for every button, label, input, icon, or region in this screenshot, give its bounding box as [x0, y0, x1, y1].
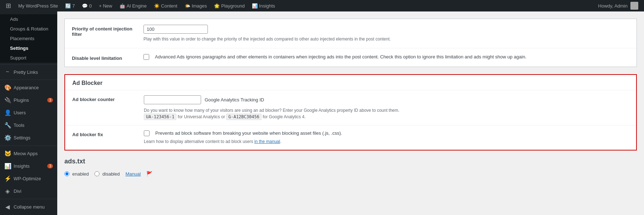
ad-blocker-counter-desc: Do you want to know how many of your vis… — [144, 107, 629, 120]
ai-engine-button[interactable]: 🤖 AI Engine — [117, 0, 150, 11]
ai-engine-label: AI Engine — [127, 3, 147, 9]
sidebar-item-appearance[interactable]: 🎨 Appearance — [0, 81, 57, 94]
insights-button[interactable]: 📊 Insights — [249, 0, 278, 11]
google-analytics-input[interactable] — [144, 95, 201, 104]
sidebar-item-groups-rotation[interactable]: Groups & Rotation — [0, 24, 57, 34]
ads-txt-enabled-label: enabled — [72, 171, 89, 177]
avatar — [630, 2, 638, 10]
sidebar-item-wp-settings[interactable]: ⚙️ Settings — [0, 132, 57, 144]
sidebar-item-plugins[interactable]: 🔌 Plugins 3 — [0, 94, 57, 106]
sidebar-item-insights[interactable]: 📊 Insights 3 — [0, 160, 57, 172]
ads-txt-section: ads.txt enabled disabled Manual 🚩 — [64, 158, 637, 177]
ads-txt-disabled-option[interactable]: disabled — [94, 171, 119, 177]
disable-level-label: Disable level limitation — [72, 54, 143, 61]
disable-level-checkbox-row: Advanced Ads ignores paragraphs and othe… — [143, 54, 629, 60]
wp-optimize-label: WP-Optimize — [14, 176, 53, 181]
ad-blocker-counter-label: Ad blocker counter — [72, 95, 144, 102]
wp-logo-icon: ⊞ — [6, 2, 11, 10]
support-label: Support — [10, 55, 26, 61]
update-icon: 🔄 — [65, 3, 71, 9]
sidebar-item-collapse[interactable]: ◀ Collapse menu — [0, 201, 57, 213]
ad-blocker-counter-control: Google Analytics Tracking ID Do you want… — [144, 95, 629, 120]
playground-icon: 🌟 — [214, 3, 220, 9]
ads-txt-title: ads.txt — [64, 158, 637, 165]
admin-bar: ⊞ My WordPress Site 🔄 7 💬 0 + New 🤖 AI E… — [0, 0, 644, 11]
images-button[interactable]: 🌤️ Images — [182, 0, 210, 11]
insights-icon: 📊 — [252, 3, 258, 9]
ad-blocker-section: Ad Blocker Ad blocker counter Google Ana… — [64, 74, 637, 150]
plugins-badge: 3 — [47, 98, 53, 102]
tools-icon: 🔧 — [4, 122, 11, 129]
new-button[interactable]: + New — [96, 0, 115, 11]
sidebar-item-wp-optimize[interactable]: ⚡ WP-Optimize — [0, 172, 57, 185]
comment-icon: 💬 — [82, 3, 88, 9]
sidebar-item-divi[interactable]: ◈ Divi — [0, 185, 57, 197]
menu-separator-2 — [0, 80, 57, 80]
users-label: Users — [14, 110, 53, 115]
images-label: Images — [192, 3, 207, 9]
ad-blocker-fix-row: Ad blocker fix Prevents ad block softwar… — [65, 125, 636, 150]
divi-icon: ◈ — [4, 188, 11, 195]
insights-badge: 3 — [47, 164, 53, 168]
collapse-label: Collapse menu — [14, 204, 53, 210]
google-analytics-label: Google Analytics Tracking ID — [205, 97, 264, 102]
sidebar-item-pretty-links[interactable]: ~ Pretty Links — [0, 66, 57, 78]
sidebar-item-placements[interactable]: Placements — [0, 34, 57, 43]
sidebar-item-tools[interactable]: 🔧 Tools — [0, 119, 57, 132]
sidebar-item-support[interactable]: Support — [0, 53, 57, 63]
sidebar-item-settings[interactable]: Settings — [0, 43, 57, 53]
disable-level-control: Advanced Ads ignores paragraphs and othe… — [143, 54, 629, 60]
tools-label: Tools — [14, 123, 53, 128]
ua-code: UA-123456-1 — [144, 114, 176, 120]
site-name-button[interactable]: My WordPress Site — [15, 0, 61, 11]
ad-blocker-fix-checkbox[interactable] — [144, 130, 150, 136]
plugins-label: Plugins — [14, 97, 44, 103]
playground-button[interactable]: 🌟 Playground — [211, 0, 248, 11]
ads-txt-disabled-radio[interactable] — [94, 171, 99, 176]
wp-settings-icon: ⚙️ — [4, 134, 11, 141]
pretty-links-label: Pretty Links — [14, 70, 53, 75]
ads-txt-manual-link[interactable]: Manual — [126, 171, 141, 177]
pretty-links-icon: ~ — [4, 69, 11, 75]
disable-level-checkbox[interactable] — [143, 54, 149, 60]
priority-row: Priority of content injection filter Pla… — [65, 19, 636, 48]
comments-button[interactable]: 💬 0 — [79, 0, 94, 11]
insights-menu-label: Insights — [14, 163, 44, 169]
images-icon: 🌤️ — [185, 3, 190, 9]
sidebar-item-users[interactable]: 👤 Users — [0, 106, 57, 119]
disable-level-row: Disable level limitation Advanced Ads ig… — [65, 48, 636, 67]
wp-logo-button[interactable]: ⊞ — [3, 0, 14, 11]
wp-optimize-icon: ⚡ — [4, 175, 11, 182]
sidebar: Ads Groups & Rotation Placements Setting… — [0, 11, 57, 215]
howdy-label: Howdy, Admin — [598, 3, 628, 9]
ads-txt-enabled-option[interactable]: enabled — [64, 171, 89, 177]
content-label: Content — [161, 3, 177, 9]
users-icon: 👤 — [4, 109, 11, 116]
ad-blocker-title: Ad Blocker — [65, 75, 636, 90]
manual-link[interactable]: in the manual — [254, 139, 280, 144]
insights-label: Insights — [259, 3, 275, 9]
priority-input[interactable] — [143, 25, 208, 34]
priority-desc: Play with this value in order to change … — [143, 36, 629, 42]
menu-separator-3 — [0, 145, 57, 146]
ads-txt-info-icon[interactable]: 🚩 — [146, 171, 152, 177]
ad-blocker-fix-control: Prevents ad block software from breaking… — [144, 130, 629, 145]
updates-button[interactable]: 🔄 7 — [62, 0, 78, 11]
content-button[interactable]: ☀️ Content — [151, 0, 180, 11]
settings-label: Settings — [10, 46, 28, 51]
sidebar-item-meow-apps[interactable]: 🐱 Meow Apps — [0, 147, 57, 160]
ad-blocker-fix-label: Ad blocker fix — [72, 130, 144, 137]
site-name-label: My WordPress Site — [18, 3, 58, 9]
ai-engine-icon: 🤖 — [119, 3, 125, 9]
sidebar-item-ads[interactable]: Ads — [0, 14, 57, 24]
meow-apps-label: Meow Apps — [14, 151, 53, 156]
groups-rotation-label: Groups & Rotation — [10, 26, 48, 32]
placements-label: Placements — [10, 36, 34, 41]
new-label: + New — [99, 3, 112, 9]
ads-txt-enabled-radio[interactable] — [64, 171, 69, 176]
menu-separator-1 — [0, 64, 57, 64]
appearance-icon: 🎨 — [4, 84, 11, 91]
ga4-code: G-A12BC30456 — [226, 114, 262, 120]
howdy-button[interactable]: Howdy, Admin — [595, 0, 641, 11]
ads-txt-disabled-label: disabled — [102, 171, 119, 177]
